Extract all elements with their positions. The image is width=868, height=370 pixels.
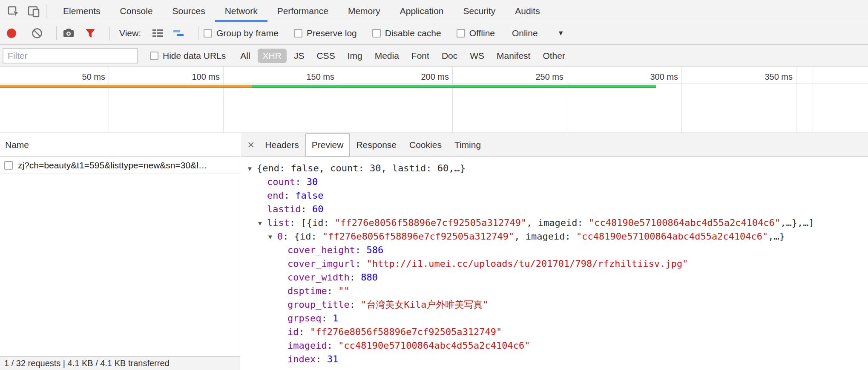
json-tree-row[interactable]: end: false [241,189,868,202]
filter-type-ws[interactable]: WS [465,49,489,63]
throttling-select[interactable]: Online [512,28,538,38]
json-tree-row[interactable]: group_title: "台湾美女Kila户外唯美写真" [241,298,868,312]
json-token-str: "cc48190e57100864abc4d55a2c4104c6" [576,231,768,242]
toolbar-separator [198,26,198,40]
show-overview-icon[interactable] [172,26,186,40]
clear-icon[interactable] [30,26,44,40]
json-token-num: 1 [333,313,338,324]
filter-type-all[interactable]: All [235,49,255,63]
main-tab-console[interactable]: Console [110,0,163,22]
checkbox-label: Offline [469,28,495,38]
resource-type-filters: AllXHRJSCSSImgMediaFontDocWSManifestOthe… [235,49,572,63]
requests-panel: Name zj?ch=beauty&t1=595&listtype=new&sn… [0,133,240,370]
main-tab-audits[interactable]: Audits [505,0,549,22]
name-column-header[interactable]: Name [0,133,240,157]
hide-data-urls-label: Hide data URLs [163,51,226,61]
main-tab-performance[interactable]: Performance [267,0,338,22]
request-row[interactable]: zj?ch=beauty&t1=595&listtype=new&sn=30&l… [0,157,240,174]
json-tree-row[interactable]: cover_imgurl: "http://i1.umei.cc/uploads… [241,257,868,271]
checkbox-preserve-log[interactable]: Preserve log [294,28,357,38]
json-token-plain: : [299,327,310,337]
detail-tab-timing[interactable]: Timing [448,133,487,156]
filter-type-doc[interactable]: Doc [437,49,463,63]
json-token-str: "http://i1.umei.cc/uploads/tu/201701/798… [366,258,688,269]
json-tree-row[interactable]: count: 30 [241,175,868,189]
timeline-tick-label: 350 ms [765,72,793,82]
expander-icon[interactable]: ▼ [247,162,257,176]
filter-type-font[interactable]: Font [406,49,434,63]
timeline-gridline [567,67,567,133]
main-tab-security[interactable]: Security [453,0,505,22]
request-checkbox[interactable] [4,161,13,170]
checkbox-icon[interactable] [372,29,381,38]
checkbox-icon[interactable] [457,29,465,38]
capture-screenshots-icon[interactable] [62,26,76,40]
hide-data-urls-checkbox[interactable]: Hide data URLs [150,51,226,61]
json-tree-row[interactable]: ▼0: {id: "ff276e8056f58896e7cf92505a3127… [241,230,868,243]
filter-type-manifest[interactable]: Manifest [491,49,535,63]
json-token-plain: : [316,354,327,364]
json-tree-row[interactable]: cover_height: 586 [241,243,868,257]
checkbox-offline[interactable]: Offline [457,28,495,38]
main-tab-sources[interactable]: Sources [163,0,215,22]
filter-type-other[interactable]: Other [537,49,570,63]
json-tree-row[interactable]: grpseq: 1 [241,312,868,325]
json-token-str: "" [338,286,350,296]
expander-icon[interactable]: ▼ [257,217,267,230]
main-tab-memory[interactable]: Memory [338,0,390,22]
main-tab-elements[interactable]: Elements [53,0,110,22]
timeline-tick-label: 50 ms [82,72,105,82]
json-tree-row[interactable]: cover_width: 880 [241,271,868,284]
json-token-plain: ,…} [768,231,785,242]
json-token-str: "ff276e8056f58896e7cf92505a312749" [335,217,526,228]
filter-type-css[interactable]: CSS [311,49,340,63]
json-tree-row[interactable]: lastid: 60 [241,202,868,216]
filter-type-js[interactable]: JS [289,49,310,63]
filter-type-xhr[interactable]: XHR [258,49,287,63]
detail-tab-preview[interactable]: Preview [305,133,350,156]
detail-tab-cookies[interactable]: Cookies [403,133,448,156]
json-token-plain: : [327,286,339,296]
checkbox-icon[interactable] [294,29,302,38]
timeline-tick-label: 200 ms [421,72,449,82]
json-token-num: 586 [366,245,383,255]
main-tab-network[interactable]: Network [215,0,267,22]
json-tree-row[interactable]: ▼list: [{id: "ff276e8056f58896e7cf92505a… [241,216,868,230]
json-tree-row[interactable]: ▼{end: false, count: 30, lastid: 60,…} [241,162,868,175]
json-token-plain: : [355,245,367,255]
timeline-gridline [338,67,338,133]
record-icon[interactable] [7,29,16,38]
json-tree-row[interactable]: imageid: "cc48190e57100864abc4d55a2c4104… [241,339,868,353]
throttling-dropdown-arrow-icon[interactable]: ▼ [558,29,564,37]
timeline-gridline [813,67,813,133]
checkbox-group-by-frame[interactable]: Group by frame [204,28,279,38]
json-tree-row[interactable]: index: 31 [241,353,868,366]
filter-type-img[interactable]: Img [342,49,368,63]
device-toolbar-icon[interactable] [26,4,41,18]
json-token-plain: : [295,176,307,187]
checkbox-disable-cache[interactable]: Disable cache [372,28,441,38]
expander-icon[interactable]: ▼ [267,230,277,244]
json-token-num: 31 [327,354,339,364]
json-tree-row[interactable]: dsptime: "" [241,284,868,298]
checkbox-icon[interactable] [204,29,212,38]
detail-tab-headers[interactable]: Headers [259,133,305,156]
detail-tab-response[interactable]: Response [350,133,403,156]
filter-input[interactable] [3,48,138,64]
json-token-plain: : {id: [283,231,322,242]
large-request-rows-icon[interactable] [150,26,165,40]
timeline-gridline [223,67,224,133]
timeline-gridline [681,67,682,133]
filter-type-media[interactable]: Media [370,49,404,63]
checkbox-icon[interactable] [150,52,158,60]
json-token-plain: : [355,258,367,269]
json-tree-row[interactable]: id: "ff276e8056f58896e7cf92505a312749" [241,325,868,339]
json-token-plain: : [{id: [290,217,335,228]
json-token-str: "ff276e8056f58896e7cf92505a312749" [310,327,502,337]
main-tab-application[interactable]: Application [390,0,454,22]
timeline-divider [0,83,868,84]
inspect-element-icon[interactable] [6,4,20,18]
timeline-overview[interactable]: 50 ms100 ms150 ms200 ms250 ms300 ms350 m… [0,67,868,133]
close-details-icon[interactable]: × [247,139,254,151]
filter-icon[interactable] [83,26,98,40]
